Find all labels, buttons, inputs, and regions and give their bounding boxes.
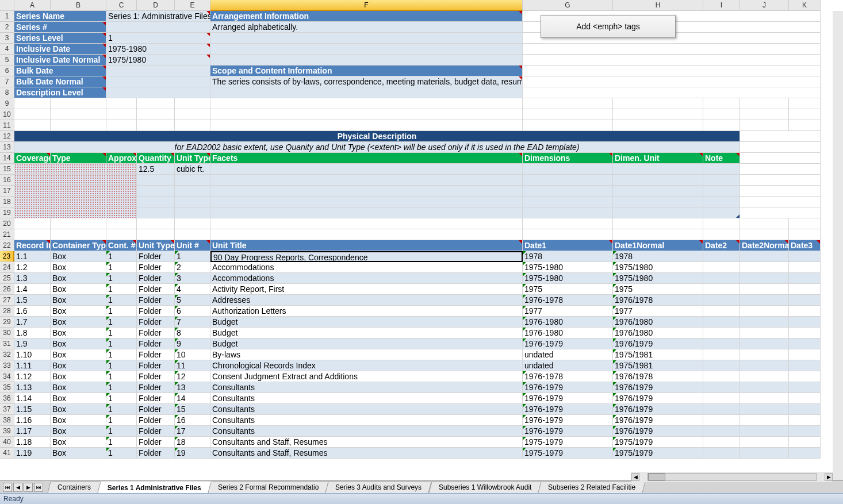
col-header-H[interactable]: H <box>613 0 703 11</box>
cell-unit-num[interactable]: 7 <box>175 317 210 328</box>
cell-unit-type[interactable] <box>175 175 210 186</box>
cell-unit-num[interactable]: 10 <box>175 349 210 360</box>
cell-blank[interactable] <box>740 131 821 142</box>
cell-date1normal[interactable]: 1975/1981 <box>613 360 703 371</box>
label-r1-a[interactable]: Series Name <box>14 11 106 22</box>
cell-blank[interactable] <box>175 120 210 131</box>
col-header-J[interactable]: J <box>740 0 789 11</box>
cell-type[interactable] <box>51 207 106 218</box>
cell-date3[interactable] <box>789 393 821 404</box>
cell-unit-type[interactable]: Folder <box>137 393 175 404</box>
cell-record-id[interactable]: 1.2 <box>14 262 51 273</box>
cell-r2-f[interactable]: Arranged alphabetically. <box>210 22 523 33</box>
row-header-38[interactable]: 38 <box>0 415 14 426</box>
row-header-14[interactable]: 14 <box>0 153 14 164</box>
cell-date3[interactable] <box>789 262 821 273</box>
cell-blank[interactable] <box>789 229 821 240</box>
cell-date1normal[interactable]: 1976/1979 <box>613 382 703 393</box>
cell-unit-num[interactable]: 9 <box>175 338 210 349</box>
cell-blank[interactable] <box>51 120 106 131</box>
sheet-tab[interactable]: Series 3 Audits and Surveys <box>325 482 432 493</box>
cell-cont-num[interactable]: 1 <box>106 393 137 404</box>
sheet-tab[interactable]: Subseries 1 Willowbrook Audit <box>428 482 542 493</box>
cell-coverage[interactable] <box>14 164 51 175</box>
cell-date3[interactable] <box>789 448 821 459</box>
cell-container-type[interactable]: Box <box>51 382 106 393</box>
cell-unit-num[interactable]: 8 <box>175 328 210 338</box>
row-header-21[interactable]: 21 <box>0 229 14 240</box>
row-header-39[interactable]: 39 <box>0 426 14 437</box>
cell-blank[interactable] <box>523 66 821 76</box>
cell-unit-type[interactable]: Folder <box>137 338 175 349</box>
cell-unit-type[interactable]: Folder <box>137 317 175 328</box>
cell-cont-num[interactable]: 1 <box>106 360 137 371</box>
cell-date2normal[interactable] <box>740 262 789 273</box>
cell-record-id[interactable]: 1.19 <box>14 448 51 459</box>
cell-date1[interactable]: 1975 <box>523 284 613 295</box>
cell-date2normal[interactable] <box>740 437 789 448</box>
hdr-unit-num[interactable]: Unit # <box>175 240 210 251</box>
cell-type[interactable] <box>51 186 106 197</box>
cell-cont-num[interactable]: 1 <box>106 448 137 459</box>
cell-type[interactable] <box>51 197 106 207</box>
cell-unit-type[interactable]: Folder <box>137 295 175 306</box>
cell-date3[interactable] <box>789 317 821 328</box>
cell-record-id[interactable]: 1.10 <box>14 349 51 360</box>
row-header-2[interactable]: 2 <box>0 22 14 33</box>
physical-description-header[interactable]: Physical Description <box>14 131 740 142</box>
cell-blank[interactable] <box>523 120 613 131</box>
label-r6-a[interactable]: Bulk Date <box>14 66 106 76</box>
label-r4-a[interactable]: Inclusive Date <box>14 44 106 55</box>
cell-cont-num[interactable]: 1 <box>106 273 137 284</box>
cell-unit-num[interactable]: 16 <box>175 415 210 426</box>
col-header-A[interactable]: A <box>14 0 51 11</box>
cell-unit-type[interactable]: Folder <box>137 328 175 338</box>
row-header-4[interactable]: 4 <box>0 44 14 55</box>
cell-blank[interactable] <box>740 207 821 218</box>
cell-date1normal[interactable]: 1976/1979 <box>613 426 703 437</box>
cell-unit-title[interactable]: Accommodations <box>210 273 523 284</box>
cell-unit-title[interactable]: Budget <box>210 328 523 338</box>
cell-container-type[interactable]: Box <box>51 393 106 404</box>
cell-unit-title[interactable]: Budget <box>210 317 523 328</box>
sheet-tab[interactable]: Series 2 Formal Recommendatio <box>208 482 329 493</box>
cell-unit-title[interactable]: Activity Report, First <box>210 284 523 295</box>
row-header-5[interactable]: 5 <box>0 55 14 66</box>
hdr-note[interactable]: Note <box>703 153 740 164</box>
cell-blank[interactable] <box>51 109 106 120</box>
cell-dimensions[interactable] <box>523 164 613 175</box>
cell-blank[interactable] <box>613 109 703 120</box>
cell-quantity[interactable] <box>137 197 175 207</box>
hdr-unit-title[interactable]: Unit Title <box>210 240 523 251</box>
hdr-dimen-unit[interactable]: Dimen. Unit <box>613 153 703 164</box>
cell-date3[interactable] <box>789 415 821 426</box>
cell-unit-num[interactable]: 1 <box>175 251 210 262</box>
add-emph-tags-button[interactable]: Add <emph> tags <box>541 15 676 38</box>
cell-facets[interactable] <box>210 164 523 175</box>
cell-date1normal[interactable]: 1975/1981 <box>613 349 703 360</box>
cell-date1[interactable]: 1977 <box>523 306 613 317</box>
cell-r6-f[interactable]: Scope and Content Information <box>210 66 523 76</box>
physical-description-note[interactable]: for EAD2002 basic extent, use Quanity an… <box>14 142 740 153</box>
cell-blank[interactable] <box>740 164 821 175</box>
cell-date1[interactable]: 1976-1979 <box>523 404 613 415</box>
label-r2-a[interactable]: Series # <box>14 22 106 33</box>
cell-date1[interactable]: 1978 <box>523 251 613 262</box>
cell-date2normal[interactable] <box>740 317 789 328</box>
cell-date2[interactable] <box>703 262 740 273</box>
cell-date1[interactable]: 1976-1979 <box>523 426 613 437</box>
cell-unit-title[interactable]: Consultants and Staff, Resumes <box>210 448 523 459</box>
row-header-27[interactable]: 27 <box>0 295 14 306</box>
cell-blank[interactable] <box>175 218 210 229</box>
hdr-quantity[interactable]: Quantity <box>137 153 175 164</box>
cell-date1normal[interactable]: 1977 <box>613 306 703 317</box>
cell-record-id[interactable]: 1.18 <box>14 437 51 448</box>
cell-cont-num[interactable]: 1 <box>106 262 137 273</box>
cell-container-type[interactable]: Box <box>51 262 106 273</box>
vertical-scrollbar[interactable] <box>833 11 843 480</box>
cell-approx[interactable] <box>106 186 137 197</box>
value-r3-c[interactable]: 1 <box>106 33 210 44</box>
cell-blank[interactable] <box>106 98 137 109</box>
cell-unit-title[interactable]: Consultants <box>210 393 523 404</box>
cell-date1normal[interactable]: 1975 <box>613 284 703 295</box>
